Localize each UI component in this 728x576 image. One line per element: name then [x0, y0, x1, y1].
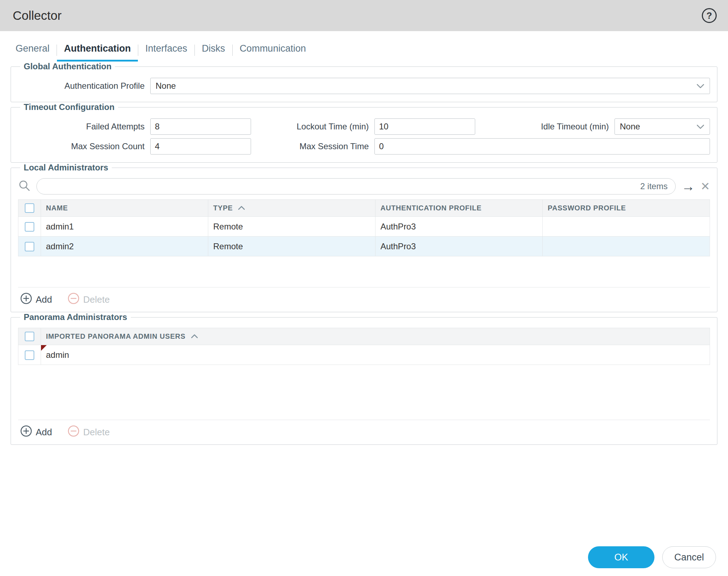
cell-name: admin2 [41, 237, 208, 256]
search-input[interactable] [45, 181, 640, 192]
idle-timeout-select[interactable]: None [615, 118, 710, 135]
tab-interfaces[interactable]: Interfaces [138, 42, 194, 62]
column-header-password-profile[interactable]: PASSWORD PROFILE [543, 200, 710, 217]
row-checkbox[interactable] [25, 350, 34, 360]
cell-name: admin [41, 345, 710, 365]
authentication-profile-value: None [156, 81, 696, 91]
chevron-down-icon [696, 122, 705, 132]
cancel-button[interactable]: Cancel [662, 546, 716, 568]
sort-ascending-icon [191, 332, 198, 341]
delete-button[interactable]: Delete [68, 292, 110, 307]
tab-communication[interactable]: Communication [233, 42, 313, 62]
delete-button[interactable]: Delete [68, 425, 110, 440]
minus-circle-icon [68, 425, 80, 440]
cell-password-profile [543, 217, 710, 237]
ok-button[interactable]: OK [588, 546, 654, 568]
timeout-configuration-section: Timeout Configuration Failed Attempts Lo… [11, 102, 717, 163]
lockout-time-label: Lockout Time (min) [251, 122, 374, 132]
sort-ascending-icon [238, 204, 245, 212]
local-administrators-toolbar: 2 items → ✕ [18, 178, 710, 194]
minus-circle-icon [68, 292, 80, 307]
clear-filter-button[interactable]: ✕ [700, 181, 710, 192]
row-checkbox[interactable] [25, 222, 34, 232]
global-authentication-section: Global Authentication Authentication Pro… [11, 62, 717, 102]
panorama-administrators-actions: Add Delete [18, 420, 710, 440]
local-administrators-legend: Local Administrators [20, 163, 112, 173]
global-authentication-legend: Global Authentication [20, 62, 115, 71]
dialog-footer: OK Cancel [588, 546, 716, 568]
arrow-right-icon: → [681, 180, 695, 193]
row-checkbox[interactable] [25, 242, 34, 251]
tab-authentication[interactable]: Authentication [57, 42, 138, 62]
lockout-time-input[interactable] [374, 118, 475, 135]
panorama-administrators-section: Panorama Administrators IMPORTED PANORAM… [11, 312, 717, 445]
dialog-header: Collector ? [0, 0, 728, 31]
table-header-row: IMPORTED PANORAMA ADMIN USERS [18, 328, 710, 345]
idle-timeout-value: None [620, 122, 696, 132]
tab-bar: General Authentication Interfaces Disks … [8, 42, 728, 62]
panorama-administrators-legend: Panorama Administrators [20, 312, 131, 322]
table-empty-area [18, 256, 710, 287]
items-count: 2 items [640, 181, 668, 191]
table-row[interactable]: admin [18, 345, 710, 365]
add-button[interactable]: Add [20, 292, 52, 307]
add-button[interactable]: Add [20, 425, 52, 440]
select-all-checkbox[interactable] [25, 203, 34, 213]
cell-authentication-profile: AuthPro3 [375, 217, 543, 237]
select-all-checkbox[interactable] [25, 332, 34, 341]
dialog-title: Collector [13, 8, 702, 23]
column-header-imported-panorama-admin-users[interactable]: IMPORTED PANORAMA ADMIN USERS [41, 328, 710, 345]
local-administrators-actions: Add Delete [18, 287, 710, 307]
plus-circle-icon [20, 425, 32, 440]
table-row[interactable]: admin2 Remote AuthPro3 [18, 237, 710, 256]
tab-disks[interactable]: Disks [195, 42, 232, 62]
table-header-row: NAME TYPE AUTHENTICATION PROFILE PASSWOR… [18, 200, 710, 217]
column-header-name[interactable]: NAME [41, 200, 208, 217]
local-administrators-table: NAME TYPE AUTHENTICATION PROFILE PASSWOR… [18, 199, 710, 256]
failed-attempts-label: Failed Attempts [18, 122, 150, 132]
cell-type: Remote [208, 237, 375, 256]
max-session-time-label: Max Session Time [251, 141, 374, 151]
plus-circle-icon [20, 292, 32, 307]
cell-authentication-profile: AuthPro3 [375, 237, 543, 256]
cell-type: Remote [208, 217, 375, 237]
table-empty-area [18, 365, 710, 420]
local-administrators-section: Local Administrators 2 items → ✕ NAME [11, 163, 717, 312]
cell-password-profile [543, 237, 710, 256]
tab-general[interactable]: General [8, 42, 57, 62]
column-header-type[interactable]: TYPE [208, 200, 375, 217]
max-session-count-input[interactable] [150, 138, 251, 155]
close-icon: ✕ [700, 181, 710, 192]
panorama-administrators-table: IMPORTED PANORAMA ADMIN USERS admin [18, 328, 710, 365]
chevron-down-icon [696, 81, 705, 91]
timeout-configuration-legend: Timeout Configuration [20, 102, 118, 112]
authentication-profile-select[interactable]: None [150, 78, 710, 94]
max-session-count-label: Max Session Count [18, 141, 150, 151]
search-icon [18, 179, 31, 193]
table-row[interactable]: admin1 Remote AuthPro3 [18, 217, 710, 237]
help-icon[interactable]: ? [702, 8, 717, 23]
apply-filter-button[interactable]: → [681, 180, 695, 193]
column-header-authentication-profile[interactable]: AUTHENTICATION PROFILE [375, 200, 543, 217]
idle-timeout-label: Idle Timeout (min) [534, 122, 615, 132]
authentication-profile-label: Authentication Profile [18, 81, 150, 91]
max-session-time-input[interactable] [374, 138, 710, 155]
modified-marker [41, 345, 47, 351]
cell-name: admin1 [41, 217, 208, 237]
search-box[interactable]: 2 items [36, 178, 676, 194]
failed-attempts-input[interactable] [150, 118, 251, 135]
